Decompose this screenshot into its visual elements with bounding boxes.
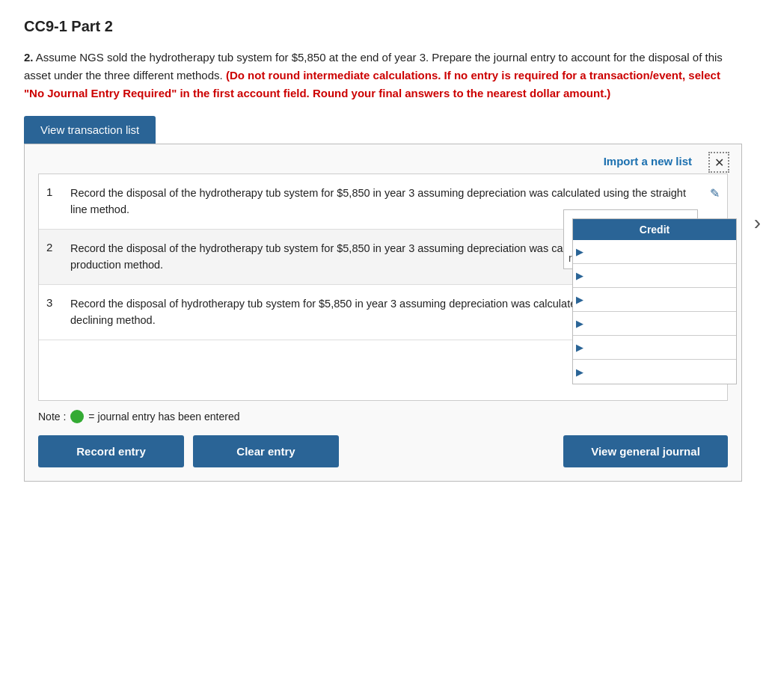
- note-equals: =: [88, 411, 94, 423]
- pencil-icon-1: ✎: [710, 187, 720, 200]
- panel-inner: ✕ Import a new list 1 Record the disposa…: [25, 144, 741, 481]
- arrow-icon-2: ▶: [576, 270, 583, 281]
- arrow-icon-4: ▶: [576, 318, 583, 329]
- edit-button-1[interactable]: ✎: [710, 186, 720, 200]
- journal-form-row[interactable]: ▶: [573, 360, 736, 384]
- arrow-icon-1: ▶: [576, 246, 583, 257]
- import-link[interactable]: Import a new list: [38, 155, 692, 168]
- journal-form-row[interactable]: ▶: [573, 336, 736, 360]
- record-entry-button[interactable]: Record entry: [38, 435, 184, 467]
- arrow-icon-6: ▶: [576, 366, 583, 378]
- arrow-icon-5: ▶: [576, 342, 583, 353]
- transaction-panel-wrapper: View transaction list ✕ Import a new lis…: [24, 116, 742, 482]
- credit-input-3[interactable]: [585, 294, 733, 305]
- question-number: 2.: [24, 51, 34, 64]
- view-general-journal-button[interactable]: View general journal: [563, 435, 728, 467]
- arrow-icon-3: ▶: [576, 294, 583, 305]
- question-block: 2. Assume NGS sold the hydrotherapy tub …: [24, 49, 742, 102]
- transaction-num-1: 1: [46, 185, 64, 198]
- view-transaction-button[interactable]: View transaction list: [24, 116, 156, 144]
- note-row: Note : = journal entry has been entered: [38, 410, 728, 423]
- journal-form-row[interactable]: ▶: [573, 240, 736, 264]
- buttons-row: Record entry Clear entry View general jo…: [38, 435, 728, 467]
- credit-input-6[interactable]: [585, 366, 733, 378]
- page-title: CC9-1 Part 2: [24, 18, 742, 35]
- journal-form-row[interactable]: ▶: [573, 312, 736, 336]
- credit-input-2[interactable]: [585, 270, 733, 281]
- transaction-num-3: 3: [46, 296, 64, 309]
- credit-input-4[interactable]: [585, 318, 733, 329]
- note-description: journal entry has been entered: [98, 411, 240, 423]
- credit-input-1[interactable]: [585, 246, 733, 257]
- green-dot-icon: [70, 410, 84, 423]
- journal-form-panel: Credit ▶ ▶ ▶ ▶: [572, 218, 737, 384]
- journal-credit-header: Credit: [573, 219, 736, 240]
- transaction-num-2: 2: [46, 241, 64, 254]
- credit-input-5[interactable]: [585, 342, 733, 353]
- chevron-right-button[interactable]: ›: [754, 211, 761, 235]
- main-panel: ✕ Import a new list 1 Record the disposa…: [24, 144, 742, 482]
- clear-entry-button[interactable]: Clear entry: [193, 435, 339, 467]
- journal-form-row[interactable]: ▶: [573, 288, 736, 312]
- journal-form-row[interactable]: ▶: [573, 264, 736, 288]
- close-button[interactable]: ✕: [708, 152, 729, 173]
- note-label: Note :: [38, 411, 66, 423]
